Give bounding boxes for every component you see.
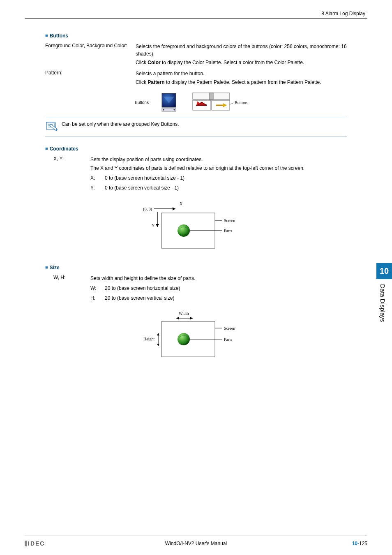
screen-label: Screen xyxy=(224,218,235,223)
definition-term: Foreground Color, Background Color: xyxy=(45,43,136,67)
section-heading-size: ■Size xyxy=(45,265,347,271)
chapter-title-vertical: Data Displays xyxy=(379,279,390,322)
bullet-square-icon: ■ xyxy=(45,265,48,270)
size-diagram: Width Screen Height Parts xyxy=(45,310,347,363)
y-axis-label: Y xyxy=(152,223,154,228)
definition-row: W, H: Sets width and height to define th… xyxy=(53,275,347,304)
parts-label: Parts xyxy=(224,337,232,342)
svg-line-7 xyxy=(230,103,234,104)
definition-desc: Selects the foreground and background co… xyxy=(136,43,347,67)
chapter-number-badge: 10 xyxy=(376,263,392,279)
screen-label: Screen xyxy=(224,326,235,331)
svg-point-15 xyxy=(178,224,190,237)
diagram-origin-label: (0, 0) xyxy=(143,207,152,212)
note-text: Can be set only when there are grouped K… xyxy=(62,120,179,127)
bullet-square-icon: ■ xyxy=(45,33,48,38)
header-rule xyxy=(25,18,367,18)
button-graphic-1-icon xyxy=(161,92,180,112)
x-axis-label: X xyxy=(180,201,183,206)
definition-row: X, Y: Sets the display position of parts… xyxy=(53,156,347,194)
definition-row: Pattern: Selects a pattern for the butto… xyxy=(45,70,347,87)
definition-desc: Selects a pattern for the button. Click … xyxy=(136,70,347,87)
definition-desc: Sets width and height to define the size… xyxy=(90,275,347,304)
footer-rule xyxy=(25,536,367,536)
definition-term: W, H: xyxy=(53,275,90,304)
height-label: Height xyxy=(143,337,154,341)
illus-label-right: Buttons xyxy=(235,100,247,105)
page-footer: IDEC WindO/I-NV2 User's Manual 10-125 xyxy=(25,540,367,547)
svg-point-21 xyxy=(178,333,190,345)
chapter-side-tab: 10 Data Displays xyxy=(376,263,392,337)
manual-title: WindO/I-NV2 User's Manual xyxy=(25,541,367,546)
buttons-illustration: Buttons xyxy=(45,92,347,113)
note-box: Can be set only when there are grouped K… xyxy=(45,117,347,137)
definition-term: Pattern: xyxy=(45,70,136,87)
coordinates-diagram: (0, 0) X Y Screen Parts xyxy=(45,200,347,253)
definition-row: Foreground Color, Background Color: Sele… xyxy=(45,43,347,67)
definition-term: X, Y: xyxy=(53,156,90,194)
definition-desc: Sets the display position of parts using… xyxy=(90,156,347,194)
bullet-square-icon: ■ xyxy=(45,146,48,151)
section-heading-buttons: ■Buttons xyxy=(45,33,347,39)
button-graphic-2-icon: Buttons xyxy=(192,92,247,113)
width-label: Width xyxy=(179,311,189,316)
svg-rect-4 xyxy=(209,93,213,99)
parts-label: Parts xyxy=(224,229,232,233)
section-heading-coordinates: ■Coordinates xyxy=(45,146,347,152)
illus-label-left: Buttons xyxy=(135,100,149,105)
note-icon xyxy=(45,120,58,133)
header-breadcrumb: 8 Alarm Log Display xyxy=(321,11,365,16)
